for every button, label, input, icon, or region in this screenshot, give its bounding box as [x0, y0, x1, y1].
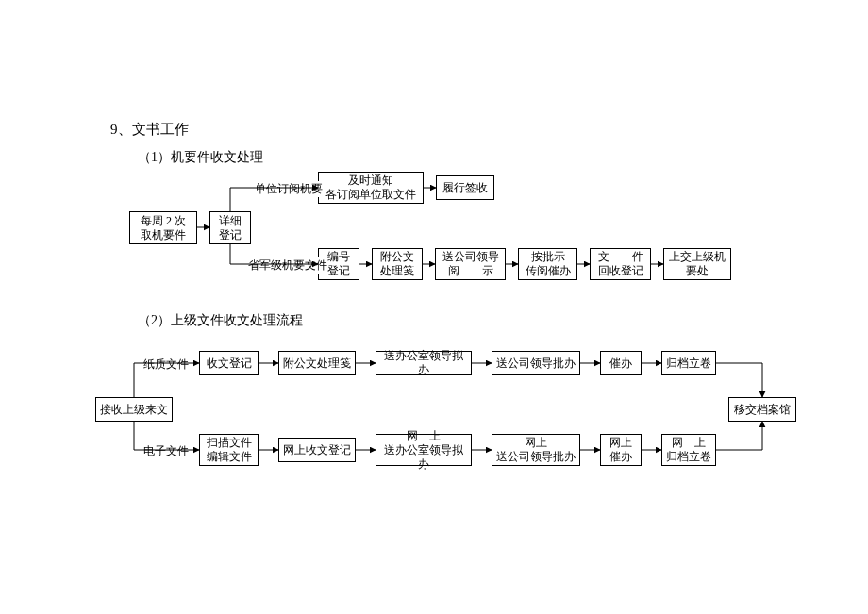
- box-submit: 上交上级机 要处: [663, 248, 731, 280]
- box-leader: 送公司领导 阅 示: [435, 248, 506, 280]
- section1-heading: （1）机要件收文处理: [138, 149, 263, 166]
- box-send-leader: 送公司领导批办: [492, 351, 580, 375]
- label-unit-subscribe: 单位订阅机要: [255, 181, 323, 197]
- box-retrieve: 文 件 回收登记: [590, 248, 651, 280]
- box-online-leader: 网上 送公司领导批办: [492, 434, 580, 466]
- box-recv-reg: 收文登记: [199, 351, 259, 375]
- box-instruct: 按批示 传阅催办: [518, 248, 577, 280]
- section2-heading: （2）上级文件收文处理流程: [138, 312, 303, 329]
- box-attach-slip: 附公文处理笺: [278, 351, 356, 375]
- box-urge: 催办: [600, 351, 642, 375]
- title-text: 9、文书工作: [110, 121, 189, 139]
- box-weekly: 每周 2 次 取机要件: [129, 211, 197, 244]
- box-register: 详细 登记: [209, 211, 251, 244]
- box-send-office: 送办公室领导拟办: [376, 351, 472, 375]
- box-online-urge: 网上 催办: [600, 434, 642, 466]
- box-attach: 附公文 处理笺: [372, 248, 423, 280]
- box-signoff: 履行签收: [436, 175, 494, 200]
- box-scan: 扫描文件 编辑文件: [199, 434, 259, 466]
- label-electronic: 电子文件: [143, 443, 189, 459]
- box-online-reg: 网上收文登记: [278, 438, 356, 462]
- box-transfer: 移交档案馆: [728, 397, 796, 422]
- connectors: [0, 0, 868, 614]
- box-receive: 接收上级来文: [95, 397, 173, 422]
- label-province-military: 省军级机要文件: [248, 257, 327, 274]
- box-online-office: 网 上 送办公室领导拟办: [376, 434, 472, 466]
- label-paper: 纸质文件: [143, 357, 189, 373]
- box-archive: 归档立卷: [661, 351, 716, 375]
- box-notify: 及时通知 各订阅单位取文件: [318, 172, 424, 204]
- box-online-archive: 网 上 归档立卷: [661, 434, 716, 466]
